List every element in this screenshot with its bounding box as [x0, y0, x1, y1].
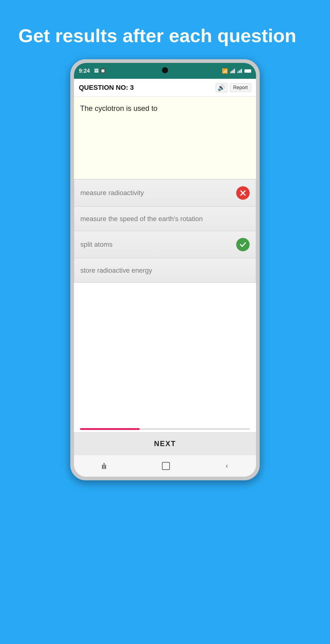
home-nav-button[interactable] [162, 462, 170, 470]
option-3-text: split atoms [80, 241, 233, 249]
battery-icon [244, 69, 251, 73]
recents-icon [102, 463, 106, 469]
phone-screen: 9:24 🖼 🔲 📶 [74, 63, 256, 477]
option-4-text: store radioactive energy [80, 267, 250, 275]
progress-fill [80, 428, 140, 430]
sound-icon: 🔊 [218, 84, 225, 91]
blank-space [74, 283, 256, 423]
camera-cutout [162, 67, 168, 73]
question-text: The cyclotron is used to [80, 104, 157, 112]
header-actions: 🔊 Report [216, 83, 251, 92]
nav-bar: ‹ [74, 455, 256, 477]
back-nav-button[interactable]: ‹ [226, 462, 228, 470]
option-2[interactable]: measure the speed of the earth's rotatio… [74, 207, 256, 231]
wifi-icon: 📶 [222, 68, 228, 74]
photo-icon: 🖼 [94, 68, 98, 73]
status-time: 9:24 [79, 68, 90, 74]
back-icon: ‹ [226, 462, 228, 470]
status-right-icons: 📶 [222, 68, 251, 74]
progress-area [74, 423, 256, 432]
cell-signal-icon [237, 69, 242, 73]
correct-icon [236, 238, 250, 251]
option-1[interactable]: measure radioactivity [74, 179, 256, 207]
page-header: Get results after each question [0, 0, 330, 59]
recents-nav-button[interactable] [102, 463, 106, 469]
question-box: The cyclotron is used to [74, 97, 256, 179]
question-header-bar: QUESTION NO: 3 🔊 Report [74, 79, 256, 97]
next-button[interactable]: NEXT [74, 432, 256, 455]
option-1-text: measure radioactivity [80, 189, 233, 197]
wrong-icon [236, 186, 250, 200]
option-4[interactable]: store radioactive energy [74, 258, 256, 283]
phone-mockup: 9:24 🖼 🔲 📶 [70, 59, 260, 480]
status-notification-icons: 🖼 🔲 [94, 68, 105, 73]
page-background: Get results after each question 9:24 🖼 🔲… [0, 0, 330, 644]
progress-track [80, 428, 250, 430]
option-2-text: measure the speed of the earth's rotatio… [80, 215, 250, 223]
page-header-text: Get results after each question [18, 25, 296, 46]
question-number: QUESTION NO: 3 [79, 84, 134, 92]
signal-icon [230, 69, 235, 73]
notification-icon: 🔲 [100, 68, 105, 73]
home-icon [162, 462, 170, 470]
options-container: measure radioactivity measure the speed … [74, 179, 256, 283]
sound-button[interactable]: 🔊 [216, 83, 227, 92]
report-button[interactable]: Report [230, 83, 251, 92]
option-3[interactable]: split atoms [74, 231, 256, 258]
